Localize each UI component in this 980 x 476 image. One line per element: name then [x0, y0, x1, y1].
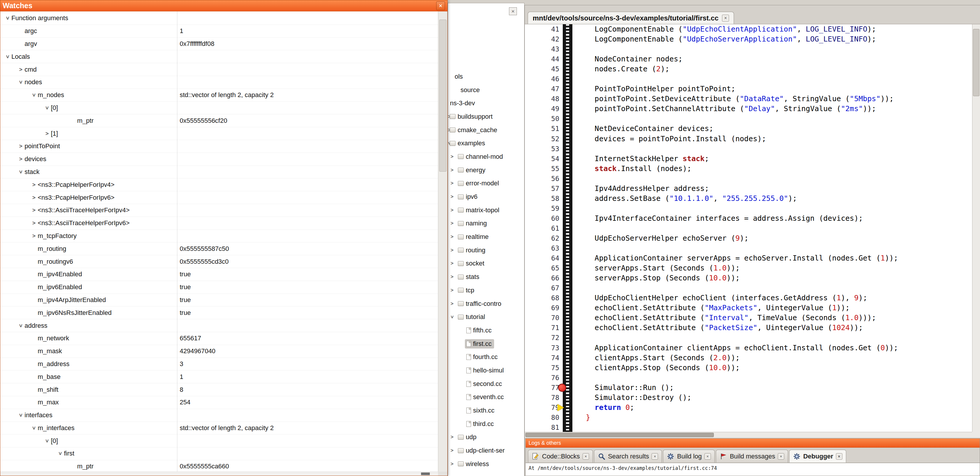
watch-row[interactable]: >[1]	[0, 127, 438, 140]
tree-collapsed-icon[interactable]: >	[450, 234, 453, 240]
breakpoint-margin[interactable]	[563, 184, 573, 193]
tree-item[interactable]: >examples	[448, 137, 524, 150]
tree-expanded-icon[interactable]: >	[5, 53, 11, 61]
tree-item-inner[interactable]: udp	[457, 433, 479, 442]
watch-row[interactable]: m_max254	[0, 396, 438, 409]
tree-item-inner[interactable]: hello-simul	[465, 366, 506, 375]
watch-row[interactable]: >stack	[0, 166, 438, 179]
tree-collapsed-icon[interactable]: >	[450, 207, 453, 213]
tree-item[interactable]: fourth.cc	[448, 350, 524, 364]
breakpoint-margin[interactable]	[563, 24, 573, 34]
breakpoint-margin[interactable]	[563, 164, 573, 174]
tree-item[interactable]: ols	[448, 70, 524, 83]
tree-collapsed-icon[interactable]: >	[30, 195, 38, 201]
tree-collapsed-icon[interactable]: >	[450, 274, 453, 280]
tree-collapsed-icon[interactable]: >	[17, 66, 25, 73]
breakpoint-margin[interactable]	[563, 203, 573, 214]
tree-item[interactable]: >udp	[448, 431, 524, 444]
watch-row[interactable]: m_base1	[0, 371, 438, 383]
close-icon[interactable]: ×	[705, 453, 711, 460]
watch-row[interactable]: argv0x7fffffffdf08	[0, 38, 438, 51]
breakpoint-margin[interactable]	[563, 343, 573, 353]
tree-item-inner[interactable]: cmake_cache	[448, 125, 500, 135]
watch-row[interactable]: ><ns3::AsciiTraceHelperForIpv6>	[0, 217, 438, 230]
tree-item-inner[interactable]: socket	[457, 259, 487, 268]
tree-item[interactable]: ns-3-dev	[448, 96, 524, 110]
close-icon[interactable]: ×	[836, 453, 842, 460]
tree-item[interactable]: >cmake_cache	[448, 123, 524, 137]
close-icon[interactable]: ×	[436, 2, 445, 10]
tree-item[interactable]: hello-simul	[448, 364, 524, 377]
tree-collapsed-icon[interactable]: >	[30, 220, 38, 226]
close-icon[interactable]: ×	[778, 453, 784, 460]
tree-collapsed-icon[interactable]: >	[450, 248, 453, 253]
breakpoint-margin[interactable]	[563, 243, 573, 253]
breakpoint-margin[interactable]	[563, 422, 573, 432]
tree-collapsed-icon[interactable]: >	[17, 143, 25, 149]
tree-collapsed-icon[interactable]: >	[450, 461, 453, 467]
tree-item-inner[interactable]: naming	[457, 219, 489, 228]
logs-panel-header[interactable]: Logs & others	[526, 439, 980, 448]
tree-collapsed-icon[interactable]: >	[30, 182, 38, 188]
tree-expanded-icon[interactable]: >	[18, 411, 24, 419]
breakpoint-margin[interactable]	[563, 293, 573, 303]
tree-item-inner[interactable]: error-model	[457, 179, 501, 188]
logs-tab-build-log[interactable]: Build log×	[663, 450, 714, 463]
scrollbar-thumb[interactable]	[439, 19, 447, 172]
breakpoint-margin[interactable]	[563, 193, 573, 203]
tree-item-inner[interactable]: tutorial	[457, 312, 487, 322]
close-icon[interactable]: ×	[722, 14, 729, 22]
tree-item[interactable]: >socket	[448, 257, 524, 270]
breakpoint-margin[interactable]	[563, 263, 573, 273]
tree-collapsed-icon[interactable]: >	[450, 434, 453, 440]
watch-row[interactable]: >interfaces	[0, 409, 438, 422]
tree-collapsed-icon[interactable]: >	[30, 207, 38, 214]
breakpoint-margin[interactable]	[563, 283, 573, 293]
breakpoint-margin[interactable]	[563, 54, 573, 64]
breakpoint-margin[interactable]	[563, 34, 573, 44]
tree-item[interactable]: first.cc	[448, 337, 524, 351]
breakpoint-margin[interactable]	[563, 313, 573, 323]
code-editor[interactable]: 41 LogComponentEnable ("UdpEchoClientApp…	[525, 24, 972, 432]
tree-item[interactable]: fifth.cc	[448, 324, 524, 337]
tree-item[interactable]: >naming	[448, 217, 524, 230]
watch-row[interactable]: >devices	[0, 153, 438, 166]
breakpoint-margin[interactable]	[563, 94, 573, 104]
tree-expanded-icon[interactable]: >	[18, 78, 24, 86]
breakpoint-margin[interactable]	[563, 403, 573, 412]
watches-vertical-scrollbar[interactable]	[438, 11, 447, 471]
tree-collapsed-icon[interactable]: >	[450, 260, 453, 266]
tree-item-inner[interactable]: udp-client-ser	[457, 446, 507, 455]
tree-item[interactable]: >energy	[448, 163, 524, 177]
tree-item-inner[interactable]: third.cc	[465, 419, 496, 429]
tree-expanded-icon[interactable]: >	[18, 322, 24, 329]
tree-item-inner[interactable]: realtime	[457, 232, 491, 241]
tree-item[interactable]: sixth.cc	[448, 404, 524, 417]
logs-tab-build-messages[interactable]: Build messages×	[716, 450, 788, 463]
breakpoint-margin[interactable]	[563, 134, 573, 144]
watch-row[interactable]: >Locals	[0, 50, 438, 63]
breakpoint-margin[interactable]	[563, 174, 573, 184]
tree-item-inner[interactable]: routing	[457, 246, 488, 255]
tree-collapsed-icon[interactable]: >	[450, 220, 453, 226]
tree-collapsed-icon[interactable]: >	[450, 167, 453, 173]
tree-item[interactable]: >tcp	[448, 284, 524, 297]
close-icon[interactable]: ×	[582, 453, 589, 460]
tree-item[interactable]: >buildsupport	[448, 110, 524, 123]
breakpoint-margin[interactable]	[563, 44, 573, 54]
tree-item-inner[interactable]: ipv6	[457, 192, 480, 201]
watches-horizontal-scrollbar[interactable]	[0, 471, 438, 476]
tree-collapsed-icon[interactable]: >	[450, 301, 453, 307]
tree-item-inner[interactable]: fifth.cc	[465, 326, 494, 335]
watch-row[interactable]: >m_tcpFactory	[0, 230, 438, 243]
tree-item-inner[interactable]: second.cc	[465, 379, 504, 388]
editor-vertical-scrollbar[interactable]	[972, 24, 980, 432]
breakpoint-margin[interactable]	[563, 124, 573, 134]
tree-item[interactable]: >routing	[448, 244, 524, 257]
tree-item[interactable]: >wireless	[448, 457, 524, 471]
tree-expanded-icon[interactable]: >	[18, 168, 24, 176]
watch-row[interactable]: m_routingv60x5555555cd3c0	[0, 255, 438, 268]
tree-expanded-icon[interactable]: >	[449, 315, 455, 318]
tree-item[interactable]: >stats	[448, 270, 524, 284]
watch-row[interactable]: >Function arguments	[0, 12, 438, 25]
